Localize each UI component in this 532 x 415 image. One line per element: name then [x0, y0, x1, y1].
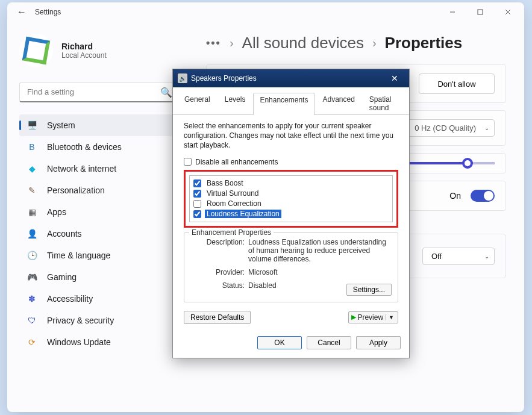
avatar — [19, 34, 53, 67]
sidebar-item-network-internet[interactable]: ◆Network & internet — [19, 158, 183, 179]
nav-label: Personalization — [47, 186, 105, 195]
nav-label: Privacy & security — [47, 316, 114, 325]
nav-list: 🖥️SystemBBluetooth & devices◆Network & i… — [19, 114, 183, 353]
nav-label: Accessibility — [47, 294, 93, 304]
nav-label: Windows Update — [47, 337, 111, 347]
tab-general[interactable]: General — [178, 92, 217, 114]
tab-advanced[interactable]: Advanced — [316, 92, 361, 114]
sidebar-item-gaming[interactable]: 🎮Gaming — [19, 266, 183, 288]
disable-all-checkbox[interactable] — [184, 158, 192, 166]
disable-all-row[interactable]: Disable all enhancements — [184, 158, 398, 166]
enhancements-highlight: Bass BoostVirtual SurroundRoom Correctio… — [184, 170, 398, 228]
chevron-right-icon: › — [230, 36, 234, 50]
speaker-icon: 🔊 — [178, 73, 187, 83]
breadcrumb: ••• › All sound devices › Properties — [206, 34, 506, 52]
back-button[interactable]: ← — [10, 7, 34, 17]
enhancement-room-correction[interactable]: Room Correction — [193, 199, 389, 209]
props-desc-label: Description: — [190, 238, 248, 263]
props-provider: Microsoft — [248, 268, 392, 276]
enhancement-label: Virtual Surround — [205, 189, 261, 198]
nav-icon: B — [27, 142, 37, 152]
sidebar-item-time-language[interactable]: 🕒Time & language — [19, 245, 183, 266]
breadcrumb-last: Properties — [385, 34, 463, 52]
format-value: 0 Hz (CD Quality) — [415, 123, 476, 133]
apply-button[interactable]: Apply — [356, 336, 401, 349]
nav-icon: 👤 — [27, 228, 37, 239]
titlebar: ← Settings — [7, 2, 524, 22]
sidebar-item-personalization[interactable]: ✎Personalization — [19, 179, 183, 201]
cancel-button[interactable]: Cancel — [307, 336, 351, 349]
enhancement-settings-button[interactable]: Settings... — [346, 284, 392, 296]
nav-icon: 🛡 — [27, 315, 37, 326]
dialog-close-button[interactable]: ✕ — [383, 71, 407, 86]
nav-label: Time & language — [47, 251, 110, 260]
user-block[interactable]: Richard Local Account — [19, 34, 183, 67]
sidebar: Richard Local Account 🔍 🖥️SystemBBluetoo… — [7, 22, 188, 412]
window-title: Settings — [35, 8, 61, 16]
ok-button[interactable]: OK — [257, 336, 302, 349]
nav-label: Bluetooth & devices — [47, 142, 122, 152]
minimize-button[interactable] — [439, 3, 466, 21]
props-desc: Loudness Equalization uses understanding… — [248, 238, 392, 263]
enhancement-checkbox[interactable] — [193, 179, 201, 187]
sidebar-item-accounts[interactable]: 👤Accounts — [19, 223, 183, 245]
enhancement-checkbox[interactable] — [193, 210, 201, 218]
props-provider-label: Provider: — [190, 268, 248, 276]
format-select[interactable]: 0 Hz (CD Quality) ⌄ — [407, 119, 495, 137]
enhancement-label: Loudness Equalization — [205, 210, 281, 218]
enhancement-bass-boost[interactable]: Bass Boost — [193, 178, 389, 189]
disable-all-label: Disable all enhancements — [195, 158, 278, 166]
nav-label: Apps — [47, 207, 66, 217]
nav-icon: ✎ — [27, 185, 37, 196]
chevron-right-icon: › — [372, 36, 377, 50]
maximize-button[interactable] — [466, 3, 494, 21]
breadcrumb-more[interactable]: ••• — [206, 37, 221, 49]
close-button[interactable] — [494, 3, 522, 21]
dialog-tabs: GeneralLevelsEnhancementsAdvancedSpatial… — [173, 87, 409, 115]
props-status-label: Status: — [190, 281, 248, 290]
search-input[interactable] — [19, 82, 174, 102]
nav-label: System — [47, 120, 75, 130]
tab-levels[interactable]: Levels — [218, 92, 252, 114]
nav-icon: 🎮 — [27, 272, 37, 282]
search-icon: 🔍 — [160, 87, 172, 98]
enhancement-checkbox[interactable] — [193, 200, 201, 208]
enhancement-properties: Enhancement Properties Description: Loud… — [184, 232, 398, 302]
user-sub: Local Account — [61, 51, 107, 60]
sidebar-item-system[interactable]: 🖥️System — [19, 114, 183, 136]
dont-allow-button[interactable]: Don't allow — [419, 73, 495, 94]
breadcrumb-mid[interactable]: All sound devices — [242, 34, 364, 52]
enhancement-loudness-equalization[interactable]: Loudness Equalization — [193, 209, 389, 219]
nav-label: Gaming — [47, 272, 77, 282]
enhancements-instruction: Select the enhancements to apply for you… — [184, 121, 398, 151]
enhancement-label: Bass Boost — [205, 179, 245, 187]
spatial-value: Off — [431, 252, 442, 261]
sidebar-item-privacy-security[interactable]: 🛡Privacy & security — [19, 310, 183, 331]
sidebar-item-windows-update[interactable]: ⟳Windows Update — [19, 331, 183, 353]
on-label: On — [449, 191, 461, 201]
sidebar-item-bluetooth-devices[interactable]: BBluetooth & devices — [19, 136, 183, 158]
enhancement-label: Room Correction — [205, 199, 263, 208]
nav-label: Network & internet — [47, 164, 116, 173]
sidebar-item-apps[interactable]: ▦Apps — [19, 201, 183, 223]
dialog-footer: OK Cancel Apply — [173, 330, 409, 358]
props-legend: Enhancement Properties — [189, 228, 274, 237]
spatial-select[interactable]: Off ⌄ — [422, 248, 495, 265]
svg-rect-1 — [478, 10, 483, 14]
preview-label: Preview — [357, 313, 383, 322]
chevron-down-icon: ▼ — [386, 314, 394, 320]
tab-enhancements[interactable]: Enhancements — [253, 93, 315, 115]
sidebar-item-accessibility[interactable]: ✽Accessibility — [19, 288, 183, 310]
speakers-properties-dialog: 🔊 Speakers Properties ✕ GeneralLevelsEnh… — [172, 69, 410, 358]
preview-button[interactable]: ▶ Preview ▼ — [348, 311, 398, 323]
tab-spatial-sound[interactable]: Spatial sound — [363, 92, 404, 114]
nav-label: Accounts — [47, 229, 82, 239]
nav-icon: 🖥️ — [27, 120, 37, 131]
restore-defaults-button[interactable]: Restore Defaults — [184, 311, 251, 324]
enhancement-virtual-surround[interactable]: Virtual Surround — [193, 189, 389, 199]
chevron-down-icon: ⌄ — [484, 125, 489, 131]
enhancement-checkbox[interactable] — [193, 190, 201, 198]
enhance-toggle[interactable] — [471, 190, 495, 202]
enhancements-list: Bass BoostVirtual SurroundRoom Correctio… — [189, 175, 393, 222]
play-icon: ▶ — [351, 313, 356, 321]
